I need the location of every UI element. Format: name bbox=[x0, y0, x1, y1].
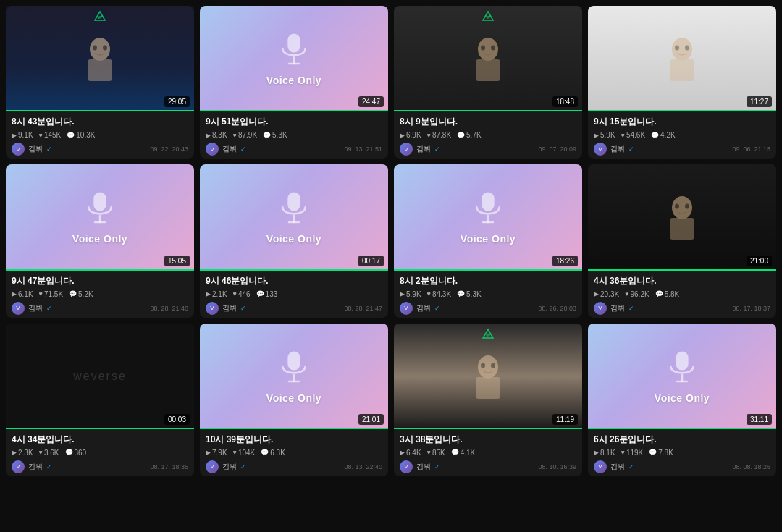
verified-icon: ✓ bbox=[628, 463, 634, 470]
author-name: 김뷔 bbox=[416, 144, 431, 154]
like-count: 119K bbox=[626, 449, 643, 457]
comment-icon: 💬 bbox=[655, 290, 663, 297]
thumbnail: Voice Only 21:01 bbox=[200, 324, 388, 429]
card-4[interactable]: 11:27 9시 15분입니다. ▶ 5.9K ♥ 54.6K 💬 4.2K bbox=[588, 6, 776, 159]
thumbnail: W 11:19 bbox=[394, 324, 582, 429]
avatar: V bbox=[206, 143, 219, 156]
card-info: 9시 46분입니다. ▶ 2.1K ♥ 446 💬 133 V bbox=[200, 271, 388, 318]
card-info: 4시 34분입니다. ▶ 2.3K ♥ 3.6K 💬 360 V bbox=[6, 429, 194, 476]
duration-badge: 21:01 bbox=[358, 414, 384, 425]
verified-icon: ✓ bbox=[240, 305, 246, 312]
view-stat: ▶ 20.3K bbox=[594, 290, 619, 298]
card-5[interactable]: Voice Only 15:05 9시 47분입니다. ▶ 6.1K ♥ 71.… bbox=[6, 164, 194, 317]
author-date: 09. 07. 20:09 bbox=[538, 145, 576, 153]
verified-icon: ✓ bbox=[46, 145, 52, 153]
card-11[interactable]: W 11:19 3시 38분입니다. ▶ 6.4K ♥ 85K 💬 4.1K bbox=[394, 324, 582, 476]
card-stats: ▶ 2.1K ♥ 446 💬 133 bbox=[206, 290, 382, 298]
avatar: V bbox=[12, 302, 25, 315]
card-title: 9시 46분입니다. bbox=[206, 275, 382, 287]
like-count: 84.3K bbox=[432, 290, 451, 298]
svg-rect-7 bbox=[287, 34, 300, 53]
card-author: V 김뷔 ✓ 09. 06. 21:15 bbox=[594, 143, 770, 156]
card-title: 4시 36분입니다. bbox=[594, 275, 770, 287]
avatar: V bbox=[12, 460, 25, 473]
thumbnail: weverse 00:03 bbox=[6, 324, 194, 429]
svg-point-4 bbox=[103, 46, 107, 51]
card-7[interactable]: Voice Only 18:26 8시 2분입니다. ▶ 5.9K ♥ 84.3… bbox=[394, 164, 582, 317]
like-stat: ♥ 71.5K bbox=[39, 290, 63, 298]
svg-point-3 bbox=[93, 46, 97, 51]
verified-icon: ✓ bbox=[434, 305, 440, 312]
card-title: 6시 26분입니다. bbox=[594, 434, 770, 446]
svg-rect-41 bbox=[476, 377, 500, 399]
view-count: 20.3K bbox=[600, 290, 619, 298]
card-info: 8시 2분입니다. ▶ 5.9K ♥ 84.3K 💬 5.3K V bbox=[394, 271, 582, 318]
svg-text:W: W bbox=[98, 15, 102, 20]
like-count: 145K bbox=[44, 131, 61, 139]
view-count: 6.9K bbox=[406, 131, 421, 139]
like-stat: ♥ 104K bbox=[233, 449, 256, 457]
card-author: V 김뷔 ✓ 08. 28. 21:47 bbox=[206, 302, 382, 315]
play-icon: ▶ bbox=[12, 449, 17, 456]
comment-count: 5.3K bbox=[466, 290, 482, 298]
card-9[interactable]: weverse 00:03 4시 34분입니다. ▶ 2.3K ♥ 3.6K 💬 bbox=[6, 324, 194, 476]
card-3[interactable]: W 18:48 8시 9분입니다. ▶ 6.9K ♥ 87.8K 💬 5.7K bbox=[394, 6, 582, 159]
card-title: 3시 38분입니다. bbox=[400, 434, 576, 446]
avatar: V bbox=[594, 302, 607, 315]
duration-badge: 15:05 bbox=[164, 256, 190, 266]
voice-only-label: Voice Only bbox=[655, 392, 710, 404]
verified-icon: ✓ bbox=[46, 305, 52, 312]
svg-rect-22 bbox=[93, 193, 106, 211]
like-stat: ♥ 3.6K bbox=[39, 449, 59, 457]
heart-icon: ♥ bbox=[621, 449, 625, 456]
card-1[interactable]: W 29:05 8시 43분입니다. ▶ 9.1K ♥ 145K 💬 10.3K bbox=[6, 6, 194, 159]
comment-count: 5.3K bbox=[272, 131, 287, 139]
comment-stat: 💬 5.3K bbox=[263, 131, 287, 139]
card-6[interactable]: Voice Only 00:17 9시 46분입니다. ▶ 2.1K ♥ 446… bbox=[200, 164, 388, 317]
like-stat: ♥ 87.8K bbox=[427, 131, 451, 139]
comment-icon: 💬 bbox=[451, 449, 459, 456]
duration-badge: 11:19 bbox=[552, 414, 578, 425]
weverse-top-icon: W bbox=[482, 328, 495, 344]
card-stats: ▶ 9.1K ♥ 145K 💬 10.3K bbox=[12, 131, 188, 139]
avatar: V bbox=[594, 460, 607, 473]
comment-icon: 💬 bbox=[67, 132, 75, 139]
heart-icon: ♥ bbox=[427, 290, 431, 297]
comment-icon: 💬 bbox=[256, 290, 264, 297]
card-author: V 김뷔 ✓ 08. 17. 18:37 bbox=[594, 302, 770, 315]
card-10[interactable]: Voice Only 21:01 10시 39분입니다. ▶ 7.9K ♥ 10… bbox=[200, 324, 388, 476]
verified-icon: ✓ bbox=[240, 463, 246, 470]
progress-bar bbox=[200, 428, 388, 429]
view-count: 6.4K bbox=[406, 449, 421, 457]
card-info: 9시 51분입니다. ▶ 8.3K ♥ 87.9K 💬 5.3K V bbox=[200, 111, 388, 159]
play-icon: ▶ bbox=[594, 449, 599, 456]
card-info: 10시 39분입니다. ▶ 7.9K ♥ 104K 💬 6.3K V bbox=[200, 429, 388, 476]
like-count: 3.6K bbox=[44, 449, 59, 457]
card-2[interactable]: Voice Only 24:47 9시 51분입니다. ▶ 8.3K ♥ 87.… bbox=[200, 6, 388, 159]
like-count: 96.2K bbox=[630, 290, 649, 298]
author-name: 김뷔 bbox=[416, 462, 431, 472]
view-stat: ▶ 8.1K bbox=[594, 449, 615, 457]
card-title: 9시 15분입니다. bbox=[594, 116, 770, 128]
svg-rect-36 bbox=[287, 351, 300, 370]
card-stats: ▶ 2.3K ♥ 3.6K 💬 360 bbox=[12, 449, 188, 457]
avatar: V bbox=[400, 143, 413, 156]
comment-stat: 💬 360 bbox=[65, 449, 87, 457]
svg-rect-33 bbox=[670, 218, 694, 240]
weverse-top-icon: W bbox=[93, 10, 106, 26]
view-stat: ▶ 6.9K bbox=[400, 131, 421, 139]
view-stat: ▶ 8.3K bbox=[206, 131, 227, 139]
card-author: V 김뷔 ✓ 09. 22. 20:43 bbox=[12, 143, 188, 156]
comment-stat: 💬 133 bbox=[256, 290, 278, 298]
card-stats: ▶ 8.3K ♥ 87.9K 💬 5.3K bbox=[206, 131, 382, 139]
view-stat: ▶ 2.3K bbox=[12, 449, 33, 457]
thumbnail: 21:00 bbox=[588, 164, 776, 270]
like-stat: ♥ 119K bbox=[621, 449, 644, 457]
thumbnail: Voice Only 00:17 bbox=[200, 164, 388, 270]
card-12[interactable]: Voice Only 31:11 6시 26분입니다. ▶ 8.1K ♥ 119… bbox=[588, 324, 776, 476]
card-8[interactable]: 21:00 4시 36분입니다. ▶ 20.3K ♥ 96.2K 💬 5.8K bbox=[588, 164, 776, 317]
play-icon: ▶ bbox=[206, 132, 211, 139]
view-stat: ▶ 5.9K bbox=[400, 290, 421, 298]
like-count: 71.5K bbox=[44, 290, 63, 298]
verified-icon: ✓ bbox=[434, 463, 440, 470]
